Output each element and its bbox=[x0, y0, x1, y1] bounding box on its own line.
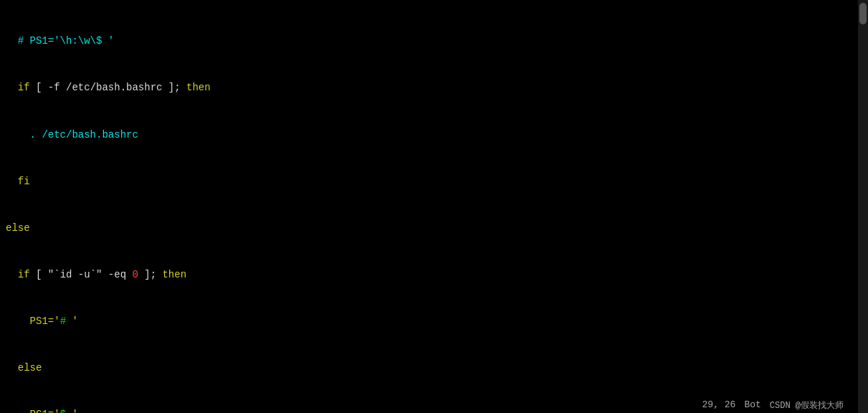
line-7: PS1='# ' bbox=[6, 314, 852, 330]
editor-area: # PS1='\h:\w\$ ' if [ -f /etc/bash.bashr… bbox=[0, 0, 858, 413]
line-6: if [ "`id -u`" -eq 0 ]; then bbox=[6, 267, 852, 283]
editor-mode: Bot bbox=[744, 399, 760, 412]
line-5: else bbox=[6, 221, 852, 237]
line-4: fi bbox=[6, 174, 852, 190]
status-bar: 29, 26 Bot CSDN @假装找大师 bbox=[700, 398, 846, 413]
line-2: if [ -f /etc/bash.bashrc ]; then bbox=[6, 80, 852, 96]
watermark: CSDN @假装找大师 bbox=[770, 399, 844, 412]
scrollbar[interactable] bbox=[858, 0, 868, 413]
line-3: . /etc/bash.bashrc bbox=[6, 128, 852, 143]
code-content: # PS1='\h:\w\$ ' if [ -f /etc/bash.bashr… bbox=[6, 3, 852, 413]
scrollbar-thumb[interactable] bbox=[859, 3, 867, 24]
cursor-position: 29, 26 bbox=[702, 399, 736, 412]
line-1: # PS1='\h:\w\$ ' bbox=[6, 34, 852, 49]
line-8: else bbox=[6, 361, 852, 376]
